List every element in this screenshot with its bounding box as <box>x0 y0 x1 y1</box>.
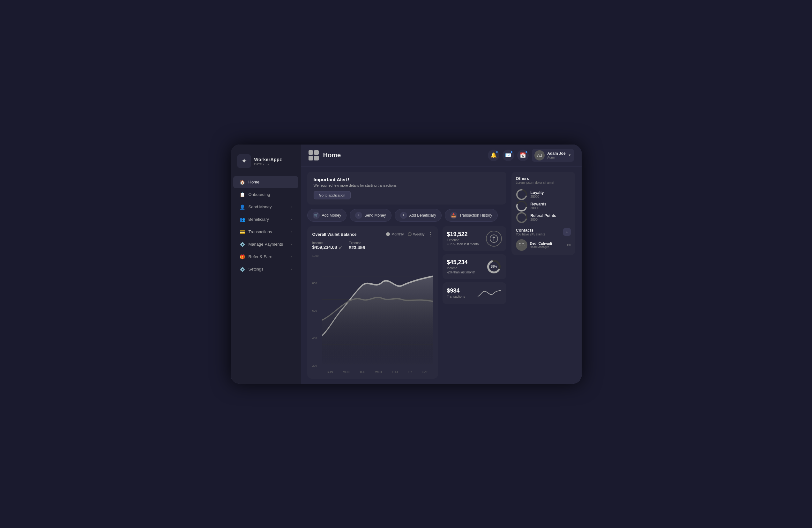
others-section: Others Lorem ipsum dolor sit amet <box>516 176 571 185</box>
expense-stat: Expense $23,456 <box>349 241 365 250</box>
weekly-filter[interactable]: Weekly <box>408 232 425 236</box>
user-name: Adam Joe <box>547 151 565 156</box>
mail-button[interactable]: ✉️ <box>503 150 514 161</box>
income-arrow-icon: ↙ <box>338 245 342 250</box>
income-card-change: -2% than last month <box>447 270 475 274</box>
sidebar-label-send-money: Send Money <box>248 205 272 209</box>
expense-card-value: $19,522 <box>447 231 479 238</box>
transaction-history-button[interactable]: 📥 Transaction History <box>445 209 498 222</box>
transaction-history-label: Transaction History <box>460 213 492 218</box>
onboarding-icon: 📋 <box>240 192 245 197</box>
logo-text: WorkerAppz Payments <box>254 157 282 165</box>
alert-title: Important Alert! <box>314 177 500 182</box>
sidebar-item-onboarding[interactable]: 📋 Onboarding <box>233 189 298 201</box>
sidebar-item-settings[interactable]: ⚙️ Settings › <box>233 263 298 275</box>
sidebar-item-manage-payments[interactable]: ⚙️ Manage Payments › <box>233 238 298 250</box>
contacts-section: Contacts You have 245 clients + DC Dedi … <box>516 228 571 251</box>
referal-points-label: Referal Points <box>531 214 556 218</box>
sidebar-item-send-money[interactable]: 👤 Send Money › <box>233 201 298 213</box>
sidebar-item-transactions[interactable]: 💳 Transactions › <box>233 226 298 238</box>
manage-payments-icon: ⚙️ <box>240 241 245 247</box>
sidebar: ✦ WorkerAppz Payments 🏠 Home 📋 Onboardin… <box>231 145 301 384</box>
wallet-card: Overall Wallet Balance Monthly Weekly <box>307 226 438 379</box>
transactions-card: $984 Transactions <box>443 282 506 304</box>
donut-percent: 38% <box>490 265 497 268</box>
chevron-right-icon: › <box>291 243 292 246</box>
referal-points-ring-icon <box>516 212 527 223</box>
contacts-count: You have 245 clients <box>516 233 545 236</box>
app-subtitle: Payments <box>254 162 282 165</box>
contacts-header: Contacts You have 245 clients + <box>516 228 571 236</box>
weekly-label: Weekly <box>413 232 425 236</box>
stats-column: $19,522 Expense +0,5% than last month <box>443 226 506 379</box>
wallet-title: Overall Wallet Balance <box>313 232 383 237</box>
loyalty-value: 25000 <box>531 195 544 199</box>
rewards-label: Rewards <box>531 202 547 206</box>
chevron-right-icon: › <box>291 205 292 209</box>
expense-card-label: Expense <box>447 238 479 242</box>
chart-area: 2004006008001000 <box>313 254 433 373</box>
user-info: Adam Joe Admin <box>547 151 565 159</box>
monthly-filter[interactable]: Monthly <box>386 232 404 236</box>
monthly-label: Monthly <box>391 232 404 236</box>
bell-icon: 🔔 <box>490 152 497 158</box>
contact-name-dedi-cahyadi: Dedi Cahyadi <box>530 241 552 245</box>
sidebar-item-beneficiary[interactable]: 👥 Beneficiary › <box>233 214 298 225</box>
go-to-application-button[interactable]: Go to application <box>314 191 351 200</box>
wallet-header: Overall Wallet Balance Monthly Weekly <box>313 231 433 237</box>
main-area: Home 🔔 ✉️ 📅 AJ Adam Joe <box>301 145 582 384</box>
svg-point-12 <box>517 213 526 222</box>
sidebar-label-home: Home <box>248 180 260 185</box>
add-beneficiary-label: Add Beneficiary <box>409 213 436 218</box>
sidebar-item-refer-earn[interactable]: 🎁 Refer & Earn › <box>233 251 298 263</box>
wallet-stats: Income $459,234.08 ↙ Expense $23,456 <box>313 241 433 250</box>
device-frame: ✦ WorkerAppz Payments 🏠 Home 📋 Onboardin… <box>231 145 582 384</box>
rewards-ring-icon <box>516 200 527 212</box>
weekly-radio <box>408 232 411 236</box>
x-axis-label: MON <box>343 370 349 373</box>
quick-actions: 🛒 Add Money + Send Money + Add Beneficia… <box>307 209 506 222</box>
mail-icon: ✉️ <box>505 152 511 158</box>
rewards-value: 30000 <box>531 206 547 210</box>
chevron-right-icon: › <box>291 267 292 271</box>
others-description: Lorem ipsum dolor sit amet <box>516 181 571 185</box>
send-money-button[interactable]: + Send Money <box>350 209 391 222</box>
y-axis-label: 200 <box>313 364 322 367</box>
transactions-card-value: $984 <box>447 288 465 294</box>
transactions-wave-icon <box>476 287 502 299</box>
income-stat: Income $459,234.08 ↙ <box>313 241 343 250</box>
sidebar-item-home[interactable]: 🏠 Home <box>233 176 298 188</box>
x-axis-label: WED <box>375 370 382 373</box>
chevron-right-icon: › <box>291 255 292 259</box>
add-money-button[interactable]: 🛒 Add Money <box>307 209 347 222</box>
x-axis-label: TUE <box>360 370 365 373</box>
expense-value: $23,456 <box>349 245 365 250</box>
app-name: WorkerAppz <box>254 157 282 162</box>
calendar-icon: 📅 <box>520 152 526 158</box>
transaction-history-icon: 📥 <box>450 212 457 219</box>
message-icon-dedi-cahyadi[interactable]: ✉ <box>567 243 571 248</box>
referal-points-info: Referal Points 2000 <box>531 214 556 221</box>
sidebar-label-settings: Settings <box>248 267 263 272</box>
add-contact-button[interactable]: + <box>563 228 571 236</box>
sidebar-label-transactions: Transactions <box>248 230 272 234</box>
notification-button[interactable]: 🔔 <box>488 150 499 161</box>
dashboard-grid: Overall Wallet Balance Monthly Weekly <box>307 226 506 379</box>
others-item-referal-points: Referal Points 2000 <box>516 212 571 223</box>
expense-card-info: $19,522 Expense +0,5% than last month <box>447 231 479 246</box>
home-icon: 🏠 <box>240 179 245 185</box>
content-main: Important Alert! We required few more de… <box>307 172 506 379</box>
contact-info-dedi-cahyadi: Dedi Cahyadi Head Manager <box>530 241 552 249</box>
user-profile[interactable]: AJ Adam Joe Admin ▼ <box>532 149 574 162</box>
more-options-icon[interactable]: ⋮ <box>428 231 433 237</box>
contact-avatar-dedi-cahyadi: DC <box>516 239 527 251</box>
calendar-button[interactable]: 📅 <box>517 150 529 161</box>
income-value: $459,234.08 <box>313 245 337 250</box>
sidebar-label-onboarding: Onboarding <box>248 192 270 197</box>
mail-dot <box>510 151 513 153</box>
chevron-right-icon: › <box>291 230 292 234</box>
expense-label: Expense <box>349 241 365 245</box>
logo-area: ✦ WorkerAppz Payments <box>231 151 301 176</box>
income-card: $45,234 Income -2% than last month 38% <box>443 254 506 279</box>
add-beneficiary-button[interactable]: + Add Beneficiary <box>395 209 441 222</box>
